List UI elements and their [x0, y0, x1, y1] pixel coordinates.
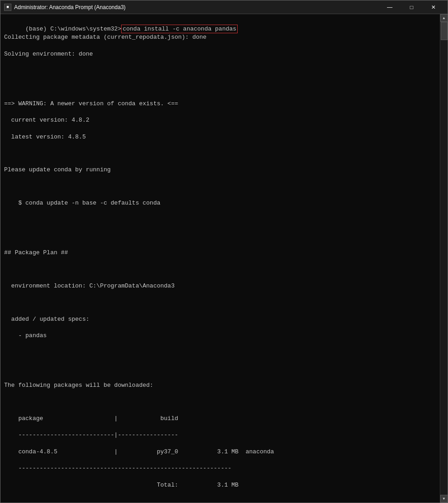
maximize-button[interactable]: □	[401, 0, 422, 14]
output-line	[4, 149, 436, 158]
output-line: Please update conda by running	[4, 166, 436, 174]
warning-line: ==> WARNING: A newer version of conda ex…	[4, 100, 436, 108]
output-line: latest version: 4.8.5	[4, 133, 436, 141]
output-line	[4, 67, 436, 75]
highlighted-command: conda install -c anaconda pandas	[121, 25, 238, 33]
scrollbar-up-button[interactable]: ▲	[440, 14, 448, 22]
prompt-line: (base) C:\windows\system32>conda install…	[25, 25, 238, 33]
output-line: environment location: C:\ProgramData\Ana…	[4, 282, 436, 290]
window-icon: ■	[4, 4, 11, 11]
minimize-button[interactable]: —	[379, 0, 400, 14]
scrollbar-track[interactable]	[440, 22, 448, 495]
output-line: Total: 3.1 MB	[4, 481, 436, 489]
output-line: - pandas	[4, 332, 436, 340]
output-line	[4, 83, 436, 92]
scrollbar-down-button[interactable]: ▼	[440, 495, 448, 503]
output-line: added / updated specs:	[4, 315, 436, 323]
output-line: ----------------------------------------…	[4, 464, 436, 472]
output-line: ## Package Plan ##	[4, 249, 436, 257]
scrollbar-thumb[interactable]	[441, 22, 448, 40]
output-line	[4, 298, 436, 307]
scrollbar[interactable]: ▲ ▼	[440, 14, 448, 503]
output-line	[4, 398, 436, 406]
output-line: conda-4.8.5 | py37_0 3.1 MB anaconda	[4, 448, 436, 456]
output-line: $ conda update -n base -c defaults conda	[4, 199, 436, 207]
output-line	[4, 232, 436, 241]
window-title: Administrator: Anaconda Prompt (Anaconda…	[14, 4, 126, 10]
output-line: package | build	[4, 415, 436, 423]
output-line	[4, 349, 436, 357]
output-line	[4, 183, 436, 191]
output-line	[4, 216, 436, 224]
title-bar-left: ■ Administrator: Anaconda Prompt (Anacon…	[4, 4, 126, 11]
output-line: current version: 4.8.2	[4, 116, 436, 124]
output-line	[4, 498, 436, 503]
content-area: (base) C:\windows\system32>conda install…	[0, 14, 448, 503]
title-bar-controls: — □ ✕	[379, 0, 444, 14]
terminal-output[interactable]: (base) C:\windows\system32>conda install…	[0, 14, 440, 503]
close-button[interactable]: ✕	[423, 0, 444, 14]
output-line: ---------------------------|------------…	[4, 431, 436, 439]
output-line	[4, 266, 436, 274]
output-line	[4, 365, 436, 373]
title-bar: ■ Administrator: Anaconda Prompt (Anacon…	[0, 0, 448, 14]
output-line: The following packages will be downloade…	[4, 381, 436, 390]
output-line: Solving environment: done	[4, 50, 436, 58]
output-line: Collecting package metadata (current_rep…	[4, 33, 436, 41]
window: ■ Administrator: Anaconda Prompt (Anacon…	[0, 0, 448, 503]
